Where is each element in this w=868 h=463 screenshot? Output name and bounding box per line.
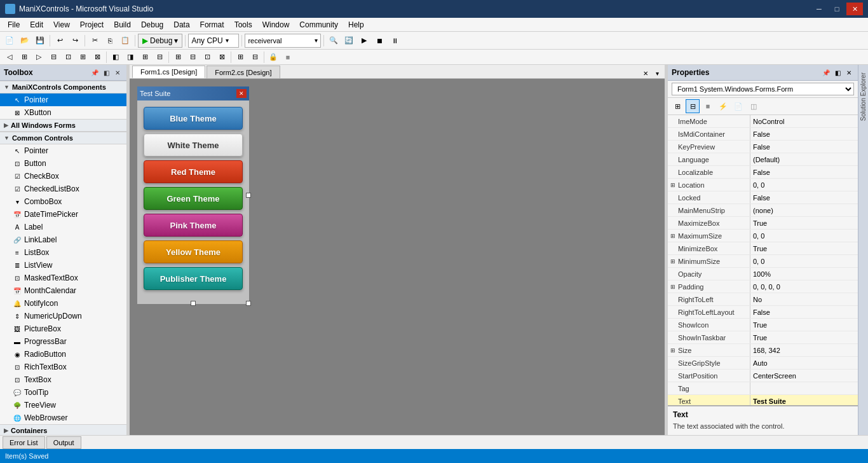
tab-dropdown-button[interactable]: ▾ [652,68,662,78]
lock-button[interactable]: 🔒 [266,50,280,64]
order-button2[interactable]: ⊟ [248,50,262,64]
props-val-11[interactable]: 0, 0 [750,255,858,267]
toolbox-item-datetimepicker[interactable]: 📅DateTimePicker [0,208,126,221]
minimize-button[interactable]: ─ [811,3,827,15]
props-alphabetical-btn[interactable]: ⊟ [686,99,700,113]
menu-item-window[interactable]: Window [257,18,295,32]
align-right-button[interactable]: ▷ [32,50,46,64]
menu-item-file[interactable]: File [3,18,25,32]
menu-item-view[interactable]: View [48,18,75,32]
menu-item-debug[interactable]: Debug [136,18,168,32]
toolbox-pin-button[interactable]: 📌 [90,67,100,78]
toolbox-item-textbox[interactable]: ⊡TextBox [0,373,126,386]
undo-button[interactable]: ↩ [53,34,67,48]
properties-close-button[interactable]: ✕ [844,67,854,78]
props-val-12[interactable]: 100% [750,268,858,280]
new-button[interactable]: 📄 [3,34,17,48]
toolbox-item-listbox[interactable]: ≡ListBox [0,246,126,259]
form-resize-bm[interactable] [191,301,196,306]
form-resize-rm[interactable] [246,193,251,198]
theme-button-red[interactable]: Red Theme [144,160,243,183]
props-val-10[interactable]: True [750,242,858,254]
size-button4[interactable]: ⊟ [153,50,166,64]
props-val-22[interactable]: Test Suite [750,395,858,405]
solution-explorer-tab[interactable]: Solution Explorer [858,65,868,435]
solution-explorer-label[interactable]: Solution Explorer [860,73,867,121]
design-canvas[interactable]: Test Suite ✕ Blue ThemeWhite ThemeRed Th… [130,79,665,435]
form-resize-br[interactable] [246,301,251,306]
props-val-16[interactable]: True [750,319,858,331]
props-key-18[interactable]: ⊞Size [668,344,750,356]
toolbox-item-numericupdown[interactable]: ⇕NumericUpDown [0,310,126,322]
props-key-11[interactable]: ⊞MinimumSize [668,255,750,267]
props-val-3[interactable]: (Default) [750,153,858,165]
toolbox-item-richtextbox[interactable]: ⊡RichTextBox [0,361,126,373]
props-val-1[interactable]: False [750,128,858,140]
toolbox-item-pointer[interactable]: ↖Pointer [0,93,126,106]
props-val-21[interactable] [750,382,858,394]
props-val-5[interactable]: 0, 0 [750,179,858,191]
run-button[interactable]: ▶ [357,34,371,48]
spacing-button1[interactable]: ⊞ [171,50,185,64]
toolbox-item-linklabel[interactable]: 🔗LinkLabel [0,233,126,246]
props-val-9[interactable]: 0, 0 [750,230,858,242]
props-val-20[interactable]: CenterScreen [750,370,858,382]
props-val-18[interactable]: 168, 342 [750,344,858,356]
bottom-tab-error-list[interactable]: Error List [3,436,45,449]
toolbox-section-header-1[interactable]: ▶All Windows Forms [0,119,126,132]
spacing-button2[interactable]: ⊟ [186,50,200,64]
props-val-19[interactable]: Auto [750,357,858,369]
toolbox-item-checkbox[interactable]: ☑CheckBox [0,170,126,183]
toolbox-item-xbutton[interactable]: ⊠XButton [0,106,126,119]
close-tab-button[interactable]: ✕ [641,68,651,78]
props-val-7[interactable]: (none) [750,204,858,216]
cut-button[interactable]: ✂ [88,34,102,48]
toolbox-item-notifyicon[interactable]: 🔔NotifyIcon [0,297,126,310]
toolbox-item-monthcalendar[interactable]: 📅MonthCalendar [0,284,126,297]
form-close-button[interactable]: ✕ [236,89,247,98]
properties-object-dropdown[interactable]: Form1 System.Windows.Forms.Form [672,83,854,95]
toolbox-item-radiobutton[interactable]: ◉RadioButton [0,348,126,361]
theme-button-blue[interactable]: Blue Theme [144,107,243,130]
toolbox-item-tooltip[interactable]: 💬ToolTip [0,386,126,399]
pause-button[interactable]: ⏸ [388,34,402,48]
props-val-2[interactable]: False [750,141,858,153]
format-button5[interactable]: ⊠ [90,50,104,64]
stop-button[interactable]: ⏹ [372,34,386,48]
theme-button-yellow[interactable]: Yellow Theme [144,240,243,263]
toolbox-item-checkedlistbox[interactable]: ☑CheckedListBox [0,183,126,195]
toolbox-section-header-0[interactable]: ▼ManiXControls Components [0,81,126,93]
order-button1[interactable]: ⊞ [233,50,247,64]
props-val-0[interactable]: NoControl [750,115,858,127]
format-button3[interactable]: ⊡ [61,50,75,64]
format-button4[interactable]: ⊞ [76,50,90,64]
toolbox-item-button[interactable]: ⊡Button [0,157,126,170]
size-button3[interactable]: ⊞ [138,50,152,64]
tab-form1.cs-[design][interactable]: Form1.cs [Design] [132,66,205,78]
props-val-4[interactable]: False [750,166,858,178]
menu-item-edit[interactable]: Edit [25,18,48,32]
toolbox-item-label[interactable]: ALabel [0,221,126,233]
props-val-15[interactable]: False [750,306,858,318]
menu-item-format[interactable]: Format [195,18,229,32]
align-center-button[interactable]: ⊞ [17,50,31,64]
props-categorized-btn[interactable]: ⊞ [670,99,684,113]
toolbox-item-webbrowser[interactable]: 🌐WebBrowser [0,411,126,424]
props-key-5[interactable]: ⊞Location [668,179,750,191]
menu-item-build[interactable]: Build [109,18,136,32]
toolbox-item-progressbar[interactable]: ▬ProgressBar [0,335,126,348]
toolbox-item-combobox[interactable]: ▾ComboBox [0,195,126,208]
menu-item-help[interactable]: Help [343,18,369,32]
props-events-btn[interactable]: ⚡ [716,99,730,113]
menu-item-project[interactable]: Project [75,18,109,32]
copy-button[interactable]: ⎘ [103,34,117,48]
search-button[interactable]: 🔍 [327,34,341,48]
project-input[interactable]: receiverval ▾ [245,34,321,48]
format-button2[interactable]: ⊟ [46,50,60,64]
toolbox-close-button[interactable]: ✕ [112,67,123,78]
props-val-8[interactable]: True [750,217,858,229]
props-val-14[interactable]: No [750,293,858,305]
props-val-17[interactable]: True [750,331,858,343]
menu-item-tools[interactable]: Tools [229,18,257,32]
open-button[interactable]: 📂 [18,34,32,48]
